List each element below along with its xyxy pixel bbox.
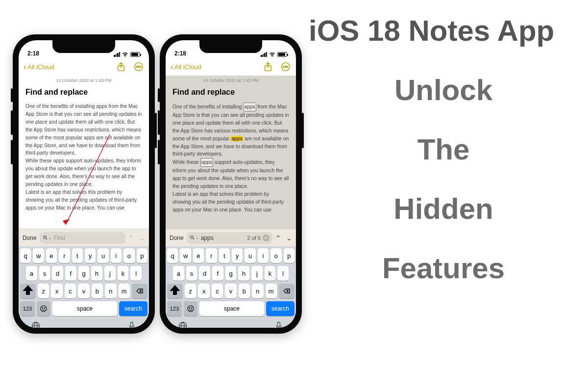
key-j[interactable]: j [251,266,263,281]
key-b[interactable]: b [92,284,103,298]
key-t[interactable]: t [72,248,83,263]
svg-point-20 [287,66,288,67]
nav-bar: ‹ All iCloud [19,58,149,76]
cellular-signal-icon [114,52,120,57]
keyboard-row-3: zxcvbnm [20,284,147,298]
key-v[interactable]: v [78,284,89,298]
key-d[interactable]: d [52,266,63,281]
find-field[interactable]: ⌄ 2 of 5 ✕ [187,232,272,244]
globe-icon[interactable] [31,321,41,328]
search-match-current: apps [231,136,243,141]
key-i[interactable]: i [258,248,269,263]
key-y[interactable]: y [232,248,243,263]
key-h[interactable]: h [238,266,249,281]
svg-rect-29 [278,322,280,327]
key-k[interactable]: k [118,266,129,281]
backspace-key[interactable] [279,284,294,298]
key-w[interactable]: w [180,248,191,263]
key-b[interactable]: b [239,284,250,298]
mic-icon[interactable] [127,321,137,328]
key-a[interactable]: a [173,266,184,281]
key-t[interactable]: t [219,248,230,263]
space-key[interactable]: space [52,301,117,316]
key-c[interactable]: c [212,284,223,298]
key-z[interactable]: z [38,284,49,298]
svg-point-4 [140,66,141,67]
keyboard-row-1: qwertyuiop [20,248,147,263]
shift-key[interactable] [167,284,183,298]
more-icon[interactable] [133,61,144,72]
numbers-key[interactable]: 123 [20,301,35,316]
key-x[interactable]: x [51,284,62,298]
headline-word-features: Features [309,251,578,285]
key-l[interactable]: l [277,266,289,281]
globe-icon[interactable] [178,321,188,328]
key-x[interactable]: x [198,284,209,298]
note-content[interactable]: 14 October 2022 at 1:43 PM Find and repl… [19,76,149,229]
find-prev-icon[interactable]: ⌃ [275,234,281,242]
key-a[interactable]: a [26,266,37,281]
key-i[interactable]: i [111,248,122,263]
key-u[interactable]: u [245,248,255,263]
key-p[interactable]: p [284,248,294,263]
key-e[interactable]: e [193,248,204,263]
svg-point-2 [136,66,137,67]
headline-word-hidden: Hidden [309,192,578,226]
key-p[interactable]: p [137,248,147,263]
search-key[interactable]: search [119,301,147,316]
backspace-key[interactable] [132,284,147,298]
clear-icon[interactable]: ✕ [263,235,270,241]
find-input[interactable] [201,235,245,241]
key-j[interactable]: j [104,266,116,281]
key-l[interactable]: l [130,266,142,281]
key-n[interactable]: n [252,284,263,298]
mic-icon[interactable] [274,321,284,328]
key-r[interactable]: r [59,248,70,263]
key-w[interactable]: w [33,248,44,263]
emoji-key[interactable] [37,301,50,316]
headline-line-1: iOS 18 Notes App [309,14,578,48]
numbers-key[interactable]: 123 [167,301,182,316]
key-g[interactable]: g [225,266,237,281]
key-c[interactable]: c [65,284,76,298]
key-q[interactable]: q [167,248,178,263]
share-icon[interactable] [116,61,126,72]
key-s[interactable]: s [186,266,197,281]
find-done-button[interactable]: Done [170,235,184,241]
find-input[interactable] [54,235,122,241]
find-next-icon[interactable]: ⌄ [139,234,145,242]
back-button[interactable]: ‹ All iCloud [24,62,54,71]
more-icon[interactable] [280,61,291,72]
search-key[interactable]: search [266,301,294,316]
key-f[interactable]: f [212,266,223,281]
key-d[interactable]: d [199,266,210,281]
note-content[interactable]: 14 October 2022 at 1:43 PM Find and repl… [166,76,296,229]
svg-point-27 [191,308,192,308]
key-m[interactable]: m [119,284,130,298]
space-key[interactable]: space [199,301,264,316]
key-z[interactable]: z [185,284,196,298]
back-button[interactable]: ‹ All iCloud [171,62,201,71]
find-prev-icon[interactable]: ⌃ [128,234,134,242]
key-m[interactable]: m [266,284,277,298]
key-v[interactable]: v [225,284,236,298]
find-next-icon[interactable]: ⌄ [286,234,292,242]
key-o[interactable]: o [270,248,281,263]
emoji-key[interactable] [184,301,197,316]
key-r[interactable]: r [206,248,217,263]
find-field[interactable]: ⌄ [40,232,125,244]
share-icon[interactable] [263,61,273,72]
key-o[interactable]: o [123,248,134,263]
key-e[interactable]: e [46,248,57,263]
key-f[interactable]: f [65,266,76,281]
key-q[interactable]: q [20,248,31,263]
find-done-button[interactable]: Done [23,235,37,241]
key-u[interactable]: u [98,248,108,263]
key-k[interactable]: k [265,266,276,281]
key-n[interactable]: n [105,284,116,298]
key-s[interactable]: s [39,266,50,281]
key-h[interactable]: h [91,266,102,281]
key-y[interactable]: y [85,248,96,263]
key-g[interactable]: g [78,266,90,281]
shift-key[interactable] [20,284,36,298]
